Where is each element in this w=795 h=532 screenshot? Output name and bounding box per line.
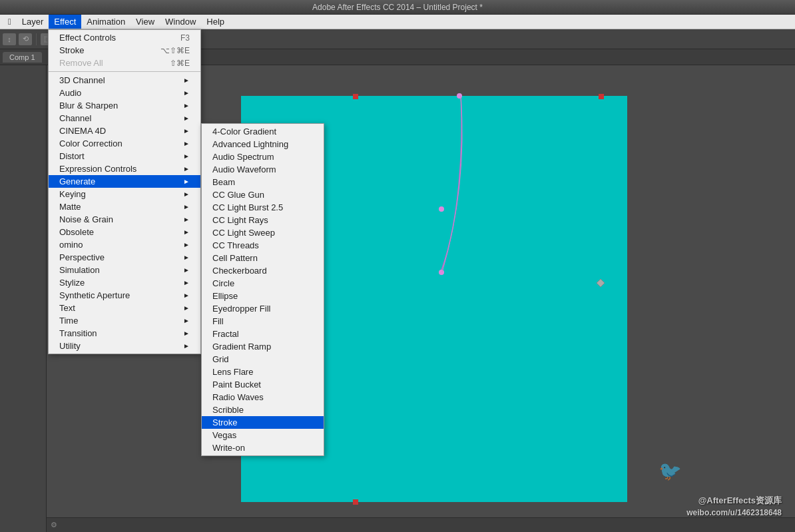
menu-noise-grain[interactable]: Noise & Grain ►	[49, 213, 200, 226]
left-panel	[0, 65, 47, 532]
submenu-stroke[interactable]: Stroke	[202, 416, 324, 429]
submenu-radio-waves[interactable]: Radio Waves	[202, 391, 324, 403]
menu-simulation[interactable]: Simulation ►	[49, 264, 200, 276]
arrow-color-correction: ►	[183, 140, 190, 147]
submenu-cc-light-sweep[interactable]: CC Light Sweep	[202, 226, 324, 239]
generate-submenu: 4-Color Gradient Advanced Lightning Audi…	[201, 123, 324, 456]
shortcut-effect-controls: F3	[180, 33, 190, 43]
submenu-cc-light-burst[interactable]: CC Light Burst 2.5	[202, 201, 324, 214]
menu-omino[interactable]: omino ►	[49, 238, 200, 251]
arrow-utility: ►	[183, 342, 190, 350]
menu-expression-controls[interactable]: Expression Controls ►	[49, 162, 200, 175]
menu-color-correction[interactable]: Color Correction ►	[49, 137, 200, 150]
menu-synthetic-aperture[interactable]: Synthetic Aperture ►	[49, 289, 200, 302]
submenu-4color-gradient[interactable]: 4-Color Gradient	[202, 125, 324, 138]
submenu-write-on[interactable]: Write-on	[202, 441, 324, 454]
submenu-vegas[interactable]: Vegas	[202, 429, 324, 441]
comp-tab[interactable]: Comp 1	[3, 52, 42, 63]
arrow-distort: ►	[183, 152, 190, 160]
arrow-expression-controls: ►	[183, 165, 190, 172]
menu-transition[interactable]: Transition ►	[49, 327, 200, 340]
title-bar-text: Adobe After Effects CC 2014 – Untitled P…	[312, 3, 483, 12]
menu-distort[interactable]: Distort ►	[49, 150, 200, 162]
submenu-checkerboard[interactable]: Checkerboard	[202, 264, 324, 277]
menu-time[interactable]: Time ►	[49, 314, 200, 327]
effect-dropdown: Effect Controls F3 Stroke ⌥⇧⌘E Remove Al…	[48, 29, 201, 354]
menu-blur-sharpen[interactable]: Blur & Sharpen ►	[49, 99, 200, 112]
menu-obsolete[interactable]: Obsolete ►	[49, 226, 200, 238]
submenu-scribble[interactable]: Scribble	[202, 403, 324, 416]
arrow-matte: ►	[183, 203, 190, 210]
submenu-cc-glue-gun[interactable]: CC Glue Gun	[202, 188, 324, 201]
arrow-keying: ►	[183, 190, 190, 198]
submenu-cc-threads[interactable]: CC Threads	[202, 239, 324, 252]
menu-matte[interactable]: Matte ►	[49, 200, 200, 213]
arrow-blur-sharpen: ►	[183, 102, 190, 109]
toolbar-icon-1[interactable]: ↕	[3, 33, 16, 45]
menu-layer[interactable]: Layer	[17, 15, 49, 29]
arrow-synthetic-aperture: ►	[183, 292, 190, 299]
title-bar: Adobe After Effects CC 2014 – Untitled P…	[0, 0, 795, 15]
menu-utility[interactable]: Utility ►	[49, 340, 200, 352]
menu-keying[interactable]: Keying ►	[49, 188, 200, 200]
submenu-audio-waveform[interactable]: Audio Waveform	[202, 163, 324, 176]
menu-animation[interactable]: Animation	[81, 15, 131, 29]
submenu-cc-light-rays[interactable]: CC Light Rays	[202, 214, 324, 226]
menu-effect[interactable]: Effect	[49, 15, 81, 29]
shortcut-stroke: ⌥⇧⌘E	[160, 46, 190, 55]
arrow-obsolete: ►	[183, 228, 190, 236]
menu-apple[interactable]: 	[3, 15, 17, 29]
submenu-ellipse[interactable]: Ellipse	[202, 290, 324, 302]
arrow-transition: ►	[183, 330, 190, 337]
shortcut-remove-all: ⇧⌘E	[170, 59, 190, 68]
arrow-generate: ►	[183, 178, 190, 185]
submenu-lens-flare[interactable]: Lens Flare	[202, 366, 324, 378]
separator-1	[49, 71, 200, 72]
watermark: 🐦 @AfterEffects资源库 weibo.com/u/146231864…	[686, 494, 782, 519]
arrow-cinema4d: ►	[183, 127, 190, 134]
menu-audio[interactable]: Audio ►	[49, 87, 200, 99]
arrow-channel: ►	[183, 115, 190, 122]
arrow-noise-grain: ►	[183, 216, 190, 223]
menu-3d-channel[interactable]: 3D Channel ►	[49, 74, 200, 87]
submenu-grid[interactable]: Grid	[202, 353, 324, 366]
submenu-eyedropper-fill[interactable]: Eyedropper Fill	[202, 302, 324, 315]
submenu-gradient-ramp[interactable]: Gradient Ramp	[202, 340, 324, 353]
submenu-fill[interactable]: Fill	[202, 315, 324, 328]
canvas-bottom-bar: ⚙	[47, 517, 795, 532]
menu-stylize[interactable]: Stylize ►	[49, 276, 200, 289]
submenu-cell-pattern[interactable]: Cell Pattern	[202, 252, 324, 264]
arrow-audio: ►	[183, 89, 190, 97]
toolbar-icon-2[interactable]: ⟲	[19, 33, 32, 45]
menu-text[interactable]: Text ►	[49, 302, 200, 314]
toolbar-separator-1	[36, 33, 37, 45]
menu-effect-controls[interactable]: Effect Controls F3	[49, 31, 200, 44]
canvas-icon-1[interactable]: ⚙	[51, 521, 57, 529]
arrow-3d-channel: ►	[183, 77, 190, 84]
weibo-icon: 🐦	[659, 457, 682, 485]
menu-perspective[interactable]: Perspective ►	[49, 251, 200, 264]
menu-help[interactable]: Help	[201, 15, 230, 29]
menu-bar:  Layer Effect Animation View Window Hel…	[0, 15, 795, 29]
arrow-stylize: ►	[183, 279, 190, 286]
menu-stroke[interactable]: Stroke ⌥⇧⌘E	[49, 44, 200, 57]
menu-cinema4d[interactable]: CINEMA 4D ►	[49, 125, 200, 137]
submenu-fractal[interactable]: Fractal	[202, 328, 324, 340]
arrow-omino: ►	[183, 241, 190, 248]
submenu-beam[interactable]: Beam	[202, 176, 324, 188]
submenu-circle[interactable]: Circle	[202, 277, 324, 290]
watermark-line1: @AfterEffects资源库	[686, 494, 782, 507]
menu-generate[interactable]: Generate ►	[49, 175, 200, 188]
menu-remove-all: Remove All ⇧⌘E	[49, 57, 200, 69]
submenu-paint-bucket[interactable]: Paint Bucket	[202, 378, 324, 391]
menu-view[interactable]: View	[131, 15, 160, 29]
arrow-text: ►	[183, 304, 190, 312]
arrow-time: ►	[183, 317, 190, 324]
arrow-simulation: ►	[183, 266, 190, 274]
submenu-audio-spectrum[interactable]: Audio Spectrum	[202, 150, 324, 163]
menu-window[interactable]: Window	[160, 15, 201, 29]
submenu-advanced-lightning[interactable]: Advanced Lightning	[202, 138, 324, 150]
menu-channel[interactable]: Channel ►	[49, 112, 200, 125]
arrow-perspective: ►	[183, 254, 190, 261]
